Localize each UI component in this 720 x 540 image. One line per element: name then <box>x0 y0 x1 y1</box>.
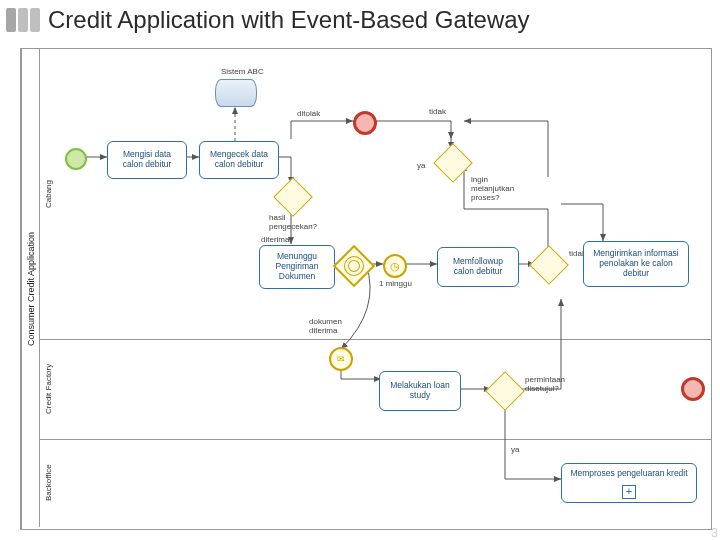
title-decorative-bars <box>6 8 40 32</box>
task-memfollowup: Memfollowup calon debitur <box>437 247 519 287</box>
lane-label-credit-factory: Credit Factory <box>39 339 56 439</box>
subprocess-memproses: Memproses pengeluaran kredit + <box>561 463 697 503</box>
task-mengirimkan: Mengirimkan informasi penolakan ke calon… <box>583 241 689 287</box>
label-setuju: permintaan disetujui? <box>525 375 565 393</box>
message-event <box>329 347 353 371</box>
lane-cabang: Cabang <box>39 49 711 340</box>
task-mengisi: Mengisi data calon debitur <box>107 141 187 179</box>
expand-marker-icon: + <box>622 485 636 499</box>
label-lanjut: ingin melanjutkan proses? <box>471 175 514 202</box>
label-dok-diterima: dokumen diterima <box>309 317 342 335</box>
lane-label-backoffice: Backoffice <box>39 439 56 527</box>
label-ya-1: ya <box>417 161 425 170</box>
page-title: Credit Application with Event-Based Gate… <box>48 6 530 34</box>
task-menunggu: Menunggu Pengiriman Dokumen <box>259 245 335 289</box>
label-ya-2: ya <box>511 445 519 454</box>
slide-title-bar: Credit Application with Event-Based Gate… <box>0 0 720 40</box>
bpmn-diagram: Consumer Credit Application Cabang Credi… <box>20 48 712 530</box>
subprocess-label: Memproses pengeluaran kredit <box>570 468 687 478</box>
lane-credit-factory: Credit Factory <box>39 339 711 440</box>
start-event <box>65 148 87 170</box>
end-event-lane2 <box>681 377 705 401</box>
label-tidak-top: tidak <box>429 107 446 116</box>
datastore-sistem-abc <box>215 79 257 107</box>
label-diterima: diterima <box>261 235 289 244</box>
lane-label-cabang: Cabang <box>39 49 56 339</box>
timer-event <box>383 254 407 278</box>
task-mengecek: Mengecek data calon debitur <box>199 141 279 179</box>
label-hasil: hasil pengecekan? <box>269 213 317 231</box>
label-1minggu: 1 minggu <box>379 279 412 288</box>
datastore-label: Sistem ABC <box>221 67 264 76</box>
label-ditolak: ditolak <box>297 109 320 118</box>
slide-number-faded: 3 <box>711 526 718 540</box>
end-event-reject <box>353 111 377 135</box>
task-loan-study: Melakukan loan study <box>379 371 461 411</box>
pool-label: Consumer Credit Application <box>21 49 40 529</box>
